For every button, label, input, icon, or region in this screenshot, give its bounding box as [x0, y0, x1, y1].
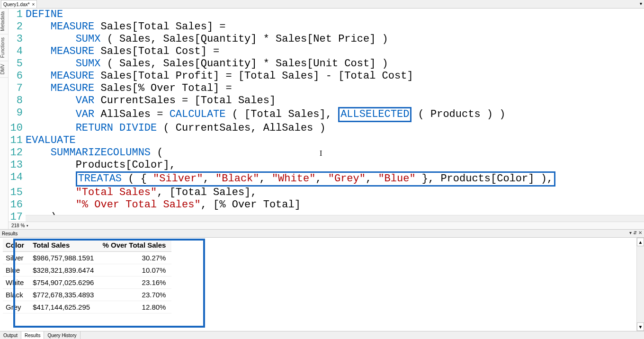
- code-text: "% Over Total Sales", [% Over Total]: [26, 199, 644, 211]
- results-close-icon[interactable]: ✕: [638, 230, 642, 235]
- code-text: EVALUATE: [26, 134, 644, 147]
- scroll-up-icon[interactable]: ▲: [637, 238, 644, 246]
- line-number: 11: [9, 134, 26, 147]
- code-line[interactable]: 14 TREATAS ( { "Silver", "Black", "White…: [9, 171, 644, 187]
- line-number: 1: [9, 9, 26, 21]
- code-text: SUMX ( Sales, Sales[Quantity] * Sales[Ne…: [26, 33, 644, 45]
- file-tabstrip: Query1.dax* × ▾: [0, 0, 644, 9]
- table-cell: $772,678,335.4893: [30, 289, 99, 301]
- line-number: 12: [9, 147, 26, 159]
- highlight-box: ALLSELECTED: [338, 107, 411, 122]
- bottom-tab-query-history[interactable]: Query History: [44, 331, 80, 339]
- line-number: 2: [9, 21, 26, 33]
- line-number: 14: [9, 171, 26, 187]
- zoom-indicator[interactable]: 218 % ▾: [9, 222, 644, 229]
- line-number: 5: [9, 58, 26, 70]
- table-cell: White: [3, 277, 30, 289]
- table-cell: Grey: [3, 301, 30, 313]
- side-tab-metadata[interactable]: Metadata: [0, 9, 8, 35]
- chevron-down-icon: ▾: [27, 224, 28, 228]
- results-vertical-scrollbar[interactable]: ▲ ▼: [636, 238, 644, 331]
- results-body: ColorTotal Sales% Over Total SalesSilver…: [0, 238, 644, 331]
- line-number: 16: [9, 199, 26, 211]
- code-line[interactable]: 4 MEASURE Sales[Total Cost] =: [9, 45, 644, 58]
- table-cell: Silver: [3, 252, 30, 264]
- main-area: MetadataFunctionsDMV 1DEFINE2 MEASURE Sa…: [0, 9, 644, 229]
- editor-horizontal-scrollbar[interactable]: [26, 215, 644, 222]
- results-title: Results: [2, 231, 18, 236]
- zoom-label: 218 %: [11, 223, 25, 228]
- table-cell: 23.70%: [99, 289, 171, 301]
- table-cell: $754,907,025.6296: [30, 277, 99, 289]
- table-cell: 10.07%: [99, 264, 171, 277]
- side-tabstrip: MetadataFunctionsDMV: [0, 9, 9, 229]
- code-line[interactable]: 16 "% Over Total Sales", [% Over Total]: [9, 199, 644, 211]
- line-number: 17: [9, 211, 26, 222]
- code-text: TREATAS ( { "Silver", "Black", "White", …: [26, 171, 644, 187]
- code-text: SUMMARIZECOLUMNS (: [26, 147, 644, 159]
- side-tab-dmv[interactable]: DMV: [0, 61, 8, 78]
- table-row[interactable]: Blue$328,321,839.647410.07%: [3, 264, 171, 277]
- table-row[interactable]: White$754,907,025.629623.16%: [3, 277, 171, 289]
- line-number: 3: [9, 33, 26, 45]
- results-header[interactable]: Results ▾ ⇵ ✕: [0, 230, 644, 238]
- line-number: 6: [9, 70, 26, 82]
- line-number: 4: [9, 45, 26, 58]
- file-tab-label: Query1.dax*: [3, 2, 30, 7]
- table-cell: Blue: [3, 264, 30, 277]
- editor-wrap: 1DEFINE2 MEASURE Sales[Total Sales] =3 S…: [9, 9, 644, 229]
- code-line[interactable]: 3 SUMX ( Sales, Sales[Quantity] * Sales[…: [9, 33, 644, 45]
- scroll-down-icon[interactable]: ▼: [637, 322, 644, 331]
- code-line[interactable]: 9 VAR AllSales = CALCULATE ( [Total Sale…: [9, 107, 644, 122]
- file-tab-query1[interactable]: Query1.dax* ×: [1, 0, 37, 8]
- table-row[interactable]: Black$772,678,335.489323.70%: [3, 289, 171, 301]
- code-text: VAR CurrentSales = [Total Sales]: [26, 95, 644, 107]
- code-line[interactable]: 11EVALUATE: [9, 134, 644, 147]
- table-cell: $417,144,625.295: [30, 301, 99, 313]
- bottom-tab-output[interactable]: Output: [0, 331, 21, 339]
- code-text: MEASURE Sales[Total Cost] =: [26, 45, 644, 58]
- bottom-tabstrip: OutputResultsQuery History: [0, 331, 644, 339]
- table-row[interactable]: Grey$417,144,625.29512.80%: [3, 301, 171, 313]
- table-row[interactable]: Silver$986,757,988.159130.27%: [3, 252, 171, 264]
- table-cell: Black: [3, 289, 30, 301]
- line-number: 13: [9, 159, 26, 171]
- code-text: "Total Sales", [Total Sales],: [26, 187, 644, 199]
- code-line[interactable]: 7 MEASURE Sales[% Over Total] =: [9, 82, 644, 95]
- code-line[interactable]: 13 Products[Color],: [9, 159, 644, 171]
- code-line[interactable]: 8 VAR CurrentSales = [Total Sales]: [9, 95, 644, 107]
- line-number: 15: [9, 187, 26, 199]
- code-line[interactable]: 15 "Total Sales", [Total Sales],: [9, 187, 644, 199]
- close-icon[interactable]: ×: [32, 2, 35, 7]
- results-pin-icon[interactable]: ⇵: [633, 230, 637, 235]
- line-number: 9: [9, 107, 26, 122]
- results-header-tools: ▾ ⇵ ✕: [629, 230, 642, 235]
- code-text: Products[Color],: [26, 159, 644, 171]
- table-cell: 23.16%: [99, 277, 171, 289]
- code-line[interactable]: 2 MEASURE Sales[Total Sales] =: [9, 21, 644, 33]
- code-text: SUMX ( Sales, Sales[Quantity] * Sales[Un…: [26, 58, 644, 70]
- highlight-box: TREATAS ( { "Silver", "Black", "White", …: [76, 171, 555, 187]
- code-text: RETURN DIVIDE ( CurrentSales, AllSales ): [26, 122, 644, 134]
- code-text: VAR AllSales = CALCULATE ( [Total Sales]…: [26, 107, 644, 122]
- column-header[interactable]: Total Sales: [30, 239, 99, 252]
- code-text: MEASURE Sales[Total Sales] =: [26, 21, 644, 33]
- results-dropdown-icon[interactable]: ▾: [629, 230, 632, 235]
- tabstrip-dropdown-icon[interactable]: ▾: [639, 1, 643, 6]
- code-line[interactable]: 5 SUMX ( Sales, Sales[Quantity] * Sales[…: [9, 58, 644, 70]
- column-header[interactable]: % Over Total Sales: [99, 239, 171, 252]
- bottom-tab-results[interactable]: Results: [21, 331, 44, 339]
- code-text: MEASURE Sales[Total Profit] = [Total Sal…: [26, 70, 644, 82]
- table-cell: $328,321,839.6474: [30, 264, 99, 277]
- code-line[interactable]: 12 SUMMARIZECOLUMNS (: [9, 147, 644, 159]
- column-header[interactable]: Color: [3, 239, 30, 252]
- results-table[interactable]: ColorTotal Sales% Over Total SalesSilver…: [3, 239, 171, 313]
- code-line[interactable]: 10 RETURN DIVIDE ( CurrentSales, AllSale…: [9, 122, 644, 134]
- side-tab-functions[interactable]: Functions: [0, 35, 8, 61]
- code-line[interactable]: 6 MEASURE Sales[Total Profit] = [Total S…: [9, 70, 644, 82]
- code-line[interactable]: 1DEFINE: [9, 9, 644, 21]
- table-cell: 12.80%: [99, 301, 171, 313]
- code-editor[interactable]: 1DEFINE2 MEASURE Sales[Total Sales] =3 S…: [9, 9, 644, 222]
- code-text: MEASURE Sales[% Over Total] =: [26, 82, 644, 95]
- table-cell: $986,757,988.1591: [30, 252, 99, 264]
